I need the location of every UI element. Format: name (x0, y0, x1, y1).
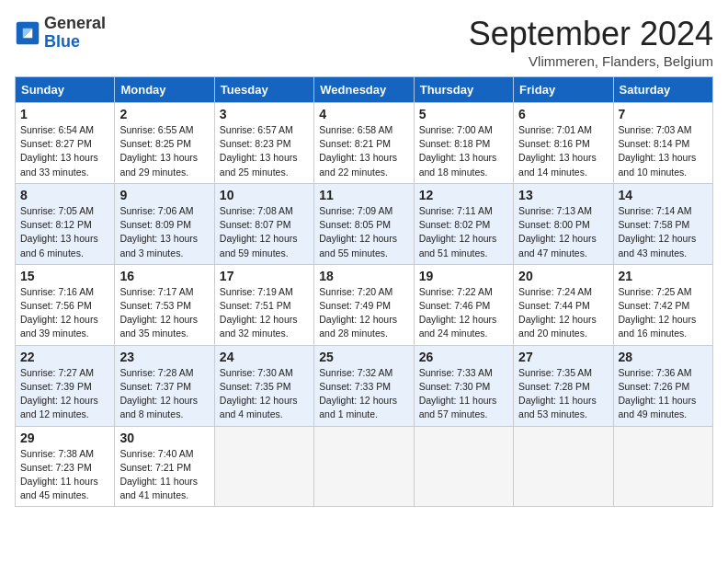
month-title: September 2024 (469, 15, 713, 53)
location-text: Vlimmeren, Flanders, Belgium (469, 53, 713, 69)
calendar-day-cell: 22Sunrise: 7:27 AM Sunset: 7:39 PM Dayli… (16, 345, 115, 426)
day-info: Sunrise: 7:32 AM Sunset: 7:33 PM Dayligh… (319, 366, 408, 422)
day-info: Sunrise: 7:14 AM Sunset: 7:58 PM Dayligh… (619, 204, 708, 260)
calendar-day-cell: 8Sunrise: 7:05 AM Sunset: 8:12 PM Daylig… (16, 183, 115, 264)
weekday-header-thursday: Thursday (414, 77, 513, 103)
day-info: Sunrise: 7:25 AM Sunset: 7:42 PM Dayligh… (619, 285, 708, 341)
day-info: Sunrise: 7:28 AM Sunset: 7:37 PM Dayligh… (119, 366, 209, 422)
day-number: 29 (20, 431, 109, 445)
day-info: Sunrise: 7:19 AM Sunset: 7:51 PM Dayligh… (220, 285, 309, 341)
day-number: 15 (20, 269, 109, 283)
day-info: Sunrise: 7:36 AM Sunset: 7:26 PM Dayligh… (619, 366, 708, 422)
day-number: 11 (319, 188, 408, 202)
day-info: Sunrise: 7:05 AM Sunset: 8:12 PM Dayligh… (20, 204, 109, 260)
day-number: 9 (119, 188, 209, 202)
calendar-day-cell: 7Sunrise: 7:03 AM Sunset: 8:14 PM Daylig… (613, 103, 712, 184)
weekday-header-saturday: Saturday (613, 77, 712, 103)
day-number: 30 (119, 431, 209, 445)
weekday-header-monday: Monday (115, 77, 214, 103)
day-info: Sunrise: 7:27 AM Sunset: 7:39 PM Dayligh… (20, 366, 109, 422)
calendar-day-cell (514, 426, 613, 507)
day-info: Sunrise: 7:01 AM Sunset: 8:16 PM Dayligh… (518, 123, 608, 179)
day-number: 8 (20, 188, 109, 202)
day-info: Sunrise: 6:57 AM Sunset: 8:23 PM Dayligh… (220, 123, 309, 179)
calendar-day-cell: 17Sunrise: 7:19 AM Sunset: 7:51 PM Dayli… (214, 264, 313, 345)
day-number: 1 (20, 107, 109, 121)
calendar-week-row: 8Sunrise: 7:05 AM Sunset: 8:12 PM Daylig… (16, 183, 713, 264)
day-number: 14 (619, 188, 708, 202)
day-number: 25 (319, 350, 408, 364)
calendar-day-cell (613, 426, 712, 507)
day-number: 28 (619, 350, 708, 364)
day-info: Sunrise: 7:35 AM Sunset: 7:28 PM Dayligh… (518, 366, 608, 422)
day-number: 16 (119, 269, 209, 283)
calendar-day-cell: 16Sunrise: 7:17 AM Sunset: 7:53 PM Dayli… (115, 264, 214, 345)
calendar-day-cell: 2Sunrise: 6:55 AM Sunset: 8:25 PM Daylig… (115, 103, 214, 184)
weekday-header-tuesday: Tuesday (214, 77, 313, 103)
weekday-header-wednesday: Wednesday (314, 77, 414, 103)
day-number: 3 (220, 107, 309, 121)
day-info: Sunrise: 7:06 AM Sunset: 8:09 PM Dayligh… (119, 204, 209, 260)
day-info: Sunrise: 7:13 AM Sunset: 8:00 PM Dayligh… (518, 204, 608, 260)
calendar-day-cell: 18Sunrise: 7:20 AM Sunset: 7:49 PM Dayli… (314, 264, 414, 345)
page-header: General Blue September 2024 Vlimmeren, F… (15, 15, 713, 69)
day-number: 7 (619, 107, 708, 121)
day-info: Sunrise: 7:33 AM Sunset: 7:30 PM Dayligh… (419, 366, 508, 422)
day-info: Sunrise: 7:11 AM Sunset: 8:02 PM Dayligh… (419, 204, 508, 260)
day-info: Sunrise: 6:54 AM Sunset: 8:27 PM Dayligh… (20, 123, 109, 179)
day-number: 19 (419, 269, 508, 283)
calendar-week-row: 22Sunrise: 7:27 AM Sunset: 7:39 PM Dayli… (16, 345, 713, 426)
calendar-week-row: 15Sunrise: 7:16 AM Sunset: 7:56 PM Dayli… (16, 264, 713, 345)
day-number: 21 (619, 269, 708, 283)
calendar-table: SundayMondayTuesdayWednesdayThursdayFrid… (15, 76, 713, 507)
day-info: Sunrise: 7:30 AM Sunset: 7:35 PM Dayligh… (220, 366, 309, 422)
day-number: 10 (220, 188, 309, 202)
day-info: Sunrise: 7:40 AM Sunset: 7:21 PM Dayligh… (119, 447, 209, 503)
calendar-day-cell: 29Sunrise: 7:38 AM Sunset: 7:23 PM Dayli… (16, 426, 115, 507)
calendar-day-cell: 4Sunrise: 6:58 AM Sunset: 8:21 PM Daylig… (314, 103, 414, 184)
calendar-day-cell: 6Sunrise: 7:01 AM Sunset: 8:16 PM Daylig… (514, 103, 613, 184)
logo: General Blue (15, 15, 106, 52)
day-info: Sunrise: 7:38 AM Sunset: 7:23 PM Dayligh… (20, 447, 109, 503)
calendar-day-cell: 13Sunrise: 7:13 AM Sunset: 8:00 PM Dayli… (514, 183, 613, 264)
calendar-day-cell: 3Sunrise: 6:57 AM Sunset: 8:23 PM Daylig… (214, 103, 313, 184)
day-info: Sunrise: 6:58 AM Sunset: 8:21 PM Dayligh… (319, 123, 408, 179)
calendar-day-cell: 12Sunrise: 7:11 AM Sunset: 8:02 PM Dayli… (414, 183, 513, 264)
day-number: 5 (419, 107, 508, 121)
day-number: 17 (220, 269, 309, 283)
logo-icon (15, 20, 40, 46)
calendar-day-cell: 19Sunrise: 7:22 AM Sunset: 7:46 PM Dayli… (414, 264, 513, 345)
weekday-header-sunday: Sunday (16, 77, 115, 103)
day-number: 27 (518, 350, 608, 364)
day-number: 23 (119, 350, 209, 364)
day-info: Sunrise: 7:24 AM Sunset: 7:44 PM Dayligh… (518, 285, 608, 341)
day-number: 26 (419, 350, 508, 364)
day-number: 13 (518, 188, 608, 202)
calendar-day-cell: 27Sunrise: 7:35 AM Sunset: 7:28 PM Dayli… (514, 345, 613, 426)
calendar-day-cell: 9Sunrise: 7:06 AM Sunset: 8:09 PM Daylig… (115, 183, 214, 264)
logo-blue-text: Blue (44, 33, 106, 52)
calendar-day-cell: 14Sunrise: 7:14 AM Sunset: 7:58 PM Dayli… (613, 183, 712, 264)
calendar-day-cell: 25Sunrise: 7:32 AM Sunset: 7:33 PM Dayli… (314, 345, 414, 426)
day-info: Sunrise: 7:17 AM Sunset: 7:53 PM Dayligh… (119, 285, 209, 341)
calendar-day-cell (314, 426, 414, 507)
calendar-day-cell: 11Sunrise: 7:09 AM Sunset: 8:05 PM Dayli… (314, 183, 414, 264)
day-number: 12 (419, 188, 508, 202)
day-number: 24 (220, 350, 309, 364)
weekday-header-friday: Friday (514, 77, 613, 103)
day-info: Sunrise: 7:00 AM Sunset: 8:18 PM Dayligh… (419, 123, 508, 179)
day-info: Sunrise: 7:20 AM Sunset: 7:49 PM Dayligh… (319, 285, 408, 341)
weekday-header-row: SundayMondayTuesdayWednesdayThursdayFrid… (16, 77, 713, 103)
day-number: 2 (119, 107, 209, 121)
title-block: September 2024 Vlimmeren, Flanders, Belg… (469, 15, 713, 69)
day-number: 4 (319, 107, 408, 121)
calendar-day-cell: 15Sunrise: 7:16 AM Sunset: 7:56 PM Dayli… (16, 264, 115, 345)
day-info: Sunrise: 7:22 AM Sunset: 7:46 PM Dayligh… (419, 285, 508, 341)
logo-general-text: General (44, 15, 106, 33)
calendar-day-cell: 28Sunrise: 7:36 AM Sunset: 7:26 PM Dayli… (613, 345, 712, 426)
calendar-day-cell: 26Sunrise: 7:33 AM Sunset: 7:30 PM Dayli… (414, 345, 513, 426)
day-info: Sunrise: 7:08 AM Sunset: 8:07 PM Dayligh… (220, 204, 309, 260)
calendar-day-cell: 20Sunrise: 7:24 AM Sunset: 7:44 PM Dayli… (514, 264, 613, 345)
calendar-day-cell (414, 426, 513, 507)
calendar-day-cell: 23Sunrise: 7:28 AM Sunset: 7:37 PM Dayli… (115, 345, 214, 426)
